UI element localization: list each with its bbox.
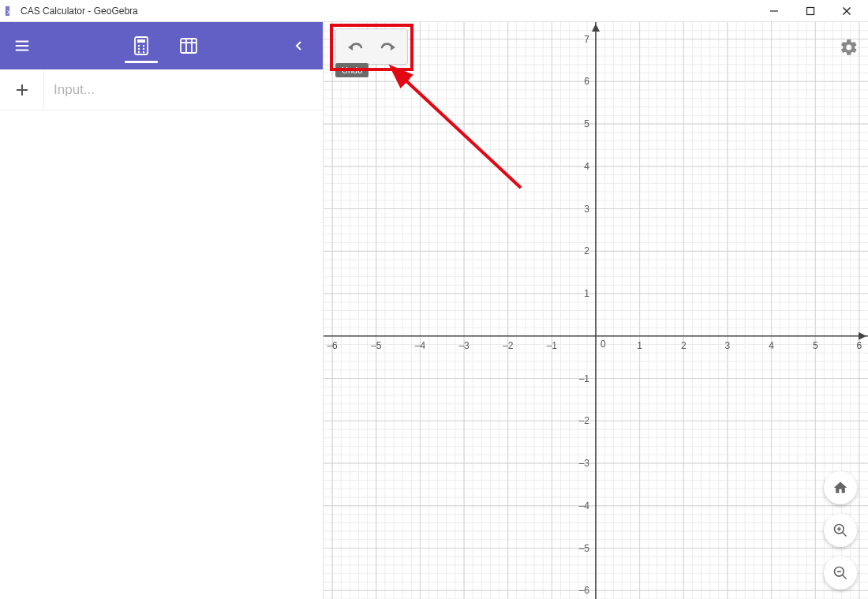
svg-point-16 [143, 51, 144, 53]
view-controls [824, 471, 857, 590]
svg-rect-3 [807, 7, 814, 14]
home-icon [832, 480, 848, 496]
menu-button[interactable] [0, 22, 44, 69]
svg-point-13 [138, 48, 140, 50]
svg-text:–1: –1 [547, 340, 558, 351]
svg-marker-183 [592, 24, 600, 32]
home-view-button[interactable] [824, 471, 857, 504]
svg-text:–6: –6 [579, 585, 590, 596]
undo-redo-toolbox [335, 28, 408, 65]
svg-text:–2: –2 [579, 415, 590, 426]
svg-marker-211 [391, 44, 395, 51]
svg-text:3: 3 [725, 340, 731, 351]
svg-text:2: 2 [584, 245, 589, 256]
svg-point-11 [138, 45, 140, 47]
svg-text:7: 7 [584, 34, 589, 45]
svg-text:6: 6 [857, 340, 862, 351]
svg-text:5: 5 [813, 340, 818, 351]
svg-text:6: 6 [584, 76, 589, 87]
tab-table[interactable] [177, 22, 200, 69]
svg-line-218 [843, 575, 847, 579]
algebra-input[interactable] [54, 82, 313, 98]
svg-point-12 [143, 45, 144, 47]
svg-text:X=: X= [7, 8, 15, 15]
svg-rect-17 [181, 39, 196, 53]
svg-text:4: 4 [769, 340, 774, 351]
svg-rect-10 [137, 39, 145, 43]
svg-marker-210 [348, 44, 353, 51]
svg-text:5: 5 [584, 118, 589, 129]
maximize-button[interactable] [792, 0, 829, 22]
minimize-button[interactable] [756, 0, 792, 22]
svg-line-214 [843, 533, 847, 537]
svg-text:–5: –5 [371, 340, 382, 351]
main-toolbar [0, 22, 323, 69]
svg-point-15 [138, 51, 140, 53]
zoom-out-button[interactable] [824, 556, 857, 590]
svg-text:–3: –3 [458, 340, 470, 351]
plus-icon [15, 83, 29, 97]
undo-icon [346, 39, 365, 54]
undo-button[interactable] [339, 32, 371, 61]
svg-marker-182 [859, 332, 866, 340]
chevron-left-icon [294, 40, 304, 51]
svg-text:–3: –3 [579, 458, 590, 469]
redo-button[interactable] [372, 32, 404, 61]
add-input-button[interactable] [0, 69, 44, 110]
svg-text:–6: –6 [327, 340, 338, 351]
collapse-panel-button[interactable] [283, 22, 315, 69]
svg-point-14 [143, 48, 144, 50]
app-logo-icon: X= [5, 6, 16, 17]
window-titlebar: X= CAS Calculator - GeoGebra [0, 0, 868, 22]
svg-text:1: 1 [637, 340, 642, 351]
undo-tooltip: Undo [335, 63, 369, 77]
svg-text:–2: –2 [503, 340, 514, 351]
window-controls [756, 0, 865, 22]
window-title: CAS Calculator - GeoGebra [21, 6, 138, 17]
tab-calculator[interactable] [129, 22, 153, 69]
coordinate-grid[interactable]: –6–5–4–3–2–10123456–6–5–4–3–2–11234567 [324, 22, 868, 599]
zoom-in-icon [832, 522, 848, 538]
algebra-panel [0, 22, 324, 599]
svg-text:–4: –4 [579, 500, 590, 511]
svg-text:–5: –5 [579, 543, 590, 554]
svg-text:0: 0 [600, 339, 606, 350]
gear-icon [840, 38, 859, 57]
input-row [0, 69, 323, 110]
graphics-view[interactable]: –6–5–4–3–2–10123456–6–5–4–3–2–11234567 U… [324, 22, 868, 599]
svg-text:–1: –1 [579, 373, 590, 384]
redo-icon [379, 39, 398, 54]
table-icon [180, 38, 197, 54]
svg-text:–4: –4 [415, 340, 426, 351]
svg-text:1: 1 [584, 288, 589, 299]
graphics-settings-button[interactable] [840, 38, 859, 57]
zoom-in-button[interactable] [824, 514, 857, 547]
zoom-out-icon [832, 565, 848, 581]
svg-text:3: 3 [584, 204, 589, 215]
svg-text:4: 4 [584, 161, 589, 172]
svg-text:2: 2 [681, 340, 687, 351]
calculator-icon [133, 36, 149, 55]
close-button[interactable] [829, 0, 865, 22]
